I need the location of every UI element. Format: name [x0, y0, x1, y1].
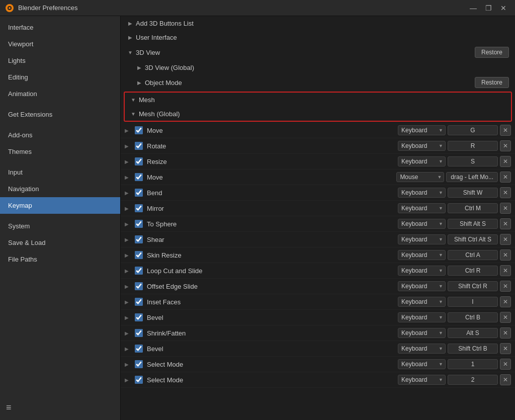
row-expand-icon[interactable]: ▶	[125, 206, 132, 211]
input-type-selector[interactable]: Keyboard ▼	[398, 141, 446, 151]
section-3d-view-global[interactable]: ▶ 3D View (Global)	[121, 60, 515, 74]
row-key-binding[interactable]: I	[448, 297, 498, 307]
row-expand-icon[interactable]: ▶	[125, 143, 132, 149]
row-expand-icon[interactable]: ▶	[125, 362, 132, 367]
hamburger-button[interactable]: ≡	[6, 402, 12, 413]
row-expand-icon[interactable]: ▶	[125, 159, 132, 164]
row-delete-button[interactable]: ✕	[500, 249, 511, 261]
row-expand-icon[interactable]: ▶	[125, 190, 132, 196]
sidebar-item-editing[interactable]: Editing	[0, 69, 120, 86]
row-expand-icon[interactable]: ▶	[125, 315, 132, 320]
row-expand-icon[interactable]: ▶	[125, 253, 132, 258]
row-delete-button[interactable]: ✕	[500, 156, 511, 167]
row-checkbox[interactable]	[135, 220, 143, 228]
row-checkbox[interactable]	[135, 189, 143, 197]
sidebar-item-add-ons[interactable]: Add-ons	[0, 127, 120, 143]
sidebar-item-lights[interactable]: Lights	[0, 52, 120, 69]
section-3d-view[interactable]: ▼ 3D View Restore	[121, 44, 515, 60]
row-expand-icon[interactable]: ▶	[125, 284, 132, 289]
input-type-selector[interactable]: Keyboard ▼	[398, 266, 446, 276]
row-key-binding[interactable]: Shift Ctrl R	[448, 281, 498, 291]
input-type-selector[interactable]: Keyboard ▼	[398, 328, 446, 338]
row-delete-button[interactable]: ✕	[500, 234, 511, 245]
row-checkbox[interactable]	[135, 204, 143, 212]
row-delete-button[interactable]: ✕	[500, 125, 511, 136]
row-key-binding[interactable]: Shift Alt S	[448, 219, 498, 229]
row-delete-button[interactable]: ✕	[500, 359, 511, 370]
row-delete-button[interactable]: ✕	[500, 265, 511, 276]
input-type-selector[interactable]: Keyboard ▼	[398, 219, 446, 229]
row-expand-icon[interactable]: ▶	[125, 128, 132, 133]
row-delete-button[interactable]: ✕	[500, 296, 511, 307]
row-checkbox[interactable]	[135, 345, 143, 353]
row-expand-icon[interactable]: ▶	[125, 346, 132, 352]
row-checkbox[interactable]	[135, 360, 143, 368]
sidebar-item-interface[interactable]: Interface	[0, 19, 120, 36]
row-checkbox[interactable]	[135, 126, 143, 134]
input-type-selector[interactable]: Keyboard ▼	[398, 125, 446, 135]
sidebar-item-input[interactable]: Input	[0, 164, 120, 181]
row-checkbox[interactable]	[135, 329, 143, 337]
row-key-binding[interactable]: Ctrl R	[448, 266, 498, 276]
sidebar-item-keymap[interactable]: Keymap	[0, 197, 120, 214]
row-checkbox[interactable]	[135, 376, 143, 384]
row-delete-button[interactable]: ✕	[500, 312, 511, 323]
input-type-selector[interactable]: Keyboard ▼	[398, 203, 446, 213]
input-type-selector[interactable]: Mouse ▼	[396, 172, 444, 182]
row-key-binding[interactable]: 1	[448, 359, 498, 369]
input-type-selector[interactable]: Keyboard ▼	[398, 250, 446, 260]
row-delete-button[interactable]: ✕	[500, 187, 511, 198]
close-button[interactable]: ✕	[497, 3, 510, 14]
row-delete-button[interactable]: ✕	[500, 218, 511, 229]
row-checkbox[interactable]	[135, 142, 143, 150]
input-type-selector[interactable]: Keyboard ▼	[398, 281, 446, 291]
sidebar-item-themes[interactable]: Themes	[0, 143, 120, 160]
row-key-binding[interactable]: drag - Left Mo...	[446, 172, 498, 182]
row-key-binding[interactable]: Shift Ctrl Alt S	[448, 234, 498, 244]
row-expand-icon[interactable]: ▶	[125, 237, 132, 242]
row-key-binding[interactable]: Ctrl A	[448, 250, 498, 260]
row-key-binding[interactable]: R	[448, 141, 498, 151]
input-type-selector[interactable]: Keyboard ▼	[398, 375, 446, 385]
row-expand-icon[interactable]: ▶	[125, 299, 132, 305]
row-checkbox[interactable]	[135, 157, 143, 165]
input-type-selector[interactable]: Keyboard ▼	[398, 344, 446, 354]
row-checkbox[interactable]	[135, 267, 143, 275]
row-checkbox[interactable]	[135, 173, 143, 181]
row-checkbox[interactable]	[135, 313, 143, 321]
row-expand-icon[interactable]: ▶	[125, 330, 132, 336]
row-delete-button[interactable]: ✕	[500, 172, 511, 183]
sidebar-item-file-paths[interactable]: File Paths	[0, 251, 120, 268]
row-delete-button[interactable]: ✕	[500, 327, 511, 339]
row-key-binding[interactable]: S	[448, 156, 498, 166]
sidebar-item-viewport[interactable]: Viewport	[0, 36, 120, 52]
row-delete-button[interactable]: ✕	[500, 281, 511, 292]
row-checkbox[interactable]	[135, 251, 143, 259]
input-type-selector[interactable]: Keyboard ▼	[398, 188, 446, 198]
row-checkbox[interactable]	[135, 298, 143, 306]
minimize-button[interactable]: —	[467, 3, 480, 14]
section-mesh-global[interactable]: ▼ Mesh (Global)	[125, 107, 511, 121]
sidebar-item-system[interactable]: System	[0, 218, 120, 234]
row-expand-icon[interactable]: ▶	[125, 175, 132, 180]
row-expand-icon[interactable]: ▶	[125, 377, 132, 383]
maximize-button[interactable]: ❐	[482, 3, 495, 14]
row-delete-button[interactable]: ✕	[500, 374, 511, 385]
row-key-binding[interactable]: Ctrl M	[448, 203, 498, 213]
row-checkbox[interactable]	[135, 282, 143, 290]
sidebar-item-navigation[interactable]: Navigation	[0, 181, 120, 197]
row-key-binding[interactable]: 2	[448, 375, 498, 385]
row-key-binding[interactable]: G	[448, 125, 498, 135]
row-delete-button[interactable]: ✕	[500, 343, 511, 354]
input-type-selector[interactable]: Keyboard ▼	[398, 156, 446, 166]
row-key-binding[interactable]: Shift Ctrl B	[448, 344, 498, 354]
restore-object-mode-button[interactable]: Restore	[475, 77, 509, 88]
row-delete-button[interactable]: ✕	[500, 140, 511, 151]
input-type-selector[interactable]: Keyboard ▼	[398, 297, 446, 307]
row-expand-icon[interactable]: ▶	[125, 268, 132, 274]
sidebar-item-animation[interactable]: Animation	[0, 86, 120, 102]
row-delete-button[interactable]: ✕	[500, 203, 511, 214]
input-type-selector[interactable]: Keyboard ▼	[398, 312, 446, 322]
input-type-selector[interactable]: Keyboard ▼	[398, 359, 446, 369]
row-expand-icon[interactable]: ▶	[125, 221, 132, 227]
